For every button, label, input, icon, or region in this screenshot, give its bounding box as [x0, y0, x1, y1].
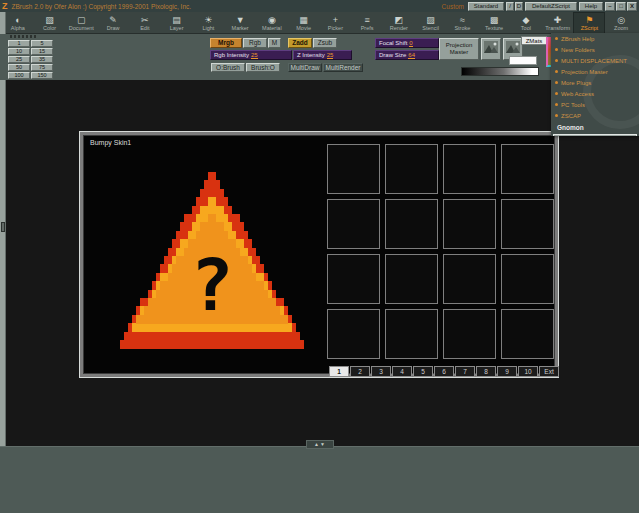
texture-slot[interactable] [385, 309, 438, 359]
texture-slot[interactable] [501, 254, 554, 304]
page-button-1[interactable]: 1 [329, 366, 349, 377]
zmats-tab[interactable]: ZMats [521, 36, 547, 45]
texture-slot[interactable] [327, 144, 380, 194]
mrgb-button[interactable]: Mrgb [210, 38, 242, 48]
close-button[interactable]: X [627, 2, 637, 11]
page-button-3[interactable]: 3 [371, 366, 391, 377]
texture-slot[interactable] [501, 144, 554, 194]
page-button-9[interactable]: 9 [497, 366, 517, 377]
menu-item-movie[interactable]: ▦Movie [289, 13, 319, 33]
draw-size-slider[interactable]: Draw Size64 [375, 50, 439, 60]
tray-handle[interactable]: ▲▼ [306, 440, 334, 449]
size-preset-150[interactable]: 150 [31, 72, 53, 79]
menu-item-label: Alpha [11, 25, 25, 31]
texture-thumb-button-1[interactable] [481, 38, 501, 60]
menu-item-stencil[interactable]: ▨Stencil [416, 13, 446, 33]
brusho-button[interactable]: Brush:O [246, 63, 280, 72]
minimize-button[interactable]: – [605, 2, 615, 11]
custom-label[interactable]: Custom [440, 3, 466, 10]
zplugin-item-pc-tools[interactable]: PC Tools [551, 99, 639, 110]
obrush-button[interactable]: O:Brush [211, 63, 245, 72]
menu-item-picker[interactable]: +Picker [320, 13, 350, 33]
multidraw-button[interactable]: MultiDraw [288, 63, 322, 72]
menu-item-light[interactable]: ☀Light [193, 13, 223, 33]
m-button[interactable]: M [268, 38, 281, 48]
page-button-ext[interactable]: Ext [539, 366, 559, 377]
title-small-button-d[interactable]: D [515, 2, 523, 11]
menu-item-zscript[interactable]: ⚑ZScript [574, 13, 604, 33]
bottom-tray[interactable] [0, 446, 639, 513]
texture-slot[interactable] [443, 144, 496, 194]
zsub-button[interactable]: Zsub [313, 38, 337, 48]
zplugin-item-projection-master[interactable]: Projection Master [551, 66, 639, 77]
standard-button[interactable]: Standard [468, 2, 504, 11]
projection-master-button[interactable]: Projection Master [439, 38, 479, 60]
stroke-icon: ≈ [460, 15, 465, 25]
menu-item-transform[interactable]: ✚Transform [543, 13, 573, 33]
zplugin-item-zscap[interactable]: ZSCAP [551, 110, 639, 121]
title-small-button--[interactable]: / [506, 2, 514, 11]
menu-item-document[interactable]: ▢Document [66, 13, 96, 33]
size-preset-100[interactable]: 100 [8, 72, 30, 79]
texture-slot[interactable] [385, 144, 438, 194]
menu-item-draw[interactable]: ✎Draw [98, 13, 128, 33]
size-preset-75[interactable]: 75 [31, 64, 53, 71]
texture-slot[interactable] [327, 309, 380, 359]
size-preset-50[interactable]: 50 [8, 64, 30, 71]
menu-item-tool[interactable]: ◆Tool [511, 13, 541, 33]
texture-slot[interactable] [385, 254, 438, 304]
menu-item-zoom[interactable]: ◎Zoom [606, 13, 636, 33]
page-button-2[interactable]: 2 [350, 366, 370, 377]
zadd-button[interactable]: Zadd [288, 38, 312, 48]
texture-slot[interactable] [327, 254, 380, 304]
multirender-button[interactable]: MultiRender [323, 63, 363, 72]
z-intensity-slider[interactable]: Z Intensity25 [293, 50, 352, 60]
bullet-icon [555, 37, 558, 40]
page-button-5[interactable]: 5 [413, 366, 433, 377]
zplugin-item-web-access[interactable]: Web Access [551, 88, 639, 99]
help-button[interactable]: Help [579, 2, 603, 11]
size-preset-10[interactable]: 10 [8, 48, 30, 55]
texture-grid [327, 144, 554, 359]
zplugin-item-gnomon-alpha-browser[interactable]: Gnomon Alpha Browser [553, 134, 637, 136]
menu-item-material[interactable]: ◉Material [257, 13, 287, 33]
texture-slot[interactable] [443, 254, 496, 304]
texture-slot[interactable] [327, 199, 380, 249]
page-button-10[interactable]: 10 [518, 366, 538, 377]
menu-item-marker[interactable]: ▼Marker [225, 13, 255, 33]
menu-item-alpha[interactable]: ◐Alpha [3, 13, 33, 33]
texture-slot[interactable] [385, 199, 438, 249]
texture-slot[interactable] [443, 199, 496, 249]
rgb-intensity-slider[interactable]: Rgb Intensity25 [210, 50, 292, 60]
menu-item-texture[interactable]: ▩Texture [479, 13, 509, 33]
zplugin-item-more-plugs[interactable]: More Plugs [551, 77, 639, 88]
menu-item-label: Layer [170, 25, 184, 31]
menu-item-stroke[interactable]: ≈Stroke [447, 13, 477, 33]
menu-item-prefs[interactable]: ≡Prefs [352, 13, 382, 33]
page-button-6[interactable]: 6 [434, 366, 454, 377]
zplugin-item-multi-displacement[interactable]: MULTI DISPLACEMENT [551, 55, 639, 66]
restore-button[interactable]: □ [616, 2, 626, 11]
size-preset-5[interactable]: 5 [31, 40, 53, 47]
rgb-button[interactable]: Rgb [243, 38, 267, 48]
focal-shift-slider[interactable]: Focal Shift0 [375, 38, 439, 48]
size-preset-1[interactable]: 1 [8, 40, 30, 47]
zplugin-item-zbrush-help[interactable]: ZBrush Help [551, 33, 639, 44]
texture-slot[interactable] [501, 199, 554, 249]
texture-slot[interactable] [443, 309, 496, 359]
menu-item-layer[interactable]: ▤Layer [162, 13, 192, 33]
menu-item-render[interactable]: ◩Render [384, 13, 414, 33]
size-preset-35[interactable]: 35 [31, 56, 53, 63]
menu-item-color[interactable]: ▧Color [35, 13, 65, 33]
size-preset-25[interactable]: 25 [8, 56, 30, 63]
zplugin-item-new-folders[interactable]: New Folders [551, 44, 639, 55]
page-button-8[interactable]: 8 [476, 366, 496, 377]
menu-item-edit[interactable]: ✂Edit [130, 13, 160, 33]
color-swatch[interactable] [509, 56, 537, 65]
size-preset-15[interactable]: 15 [31, 48, 53, 55]
default-zscript-button[interactable]: DefaultZScript [525, 2, 577, 11]
page-button-7[interactable]: 7 [455, 366, 475, 377]
page-button-4[interactable]: 4 [392, 366, 412, 377]
gradient-strip[interactable] [461, 67, 539, 76]
texture-slot[interactable] [501, 309, 554, 359]
